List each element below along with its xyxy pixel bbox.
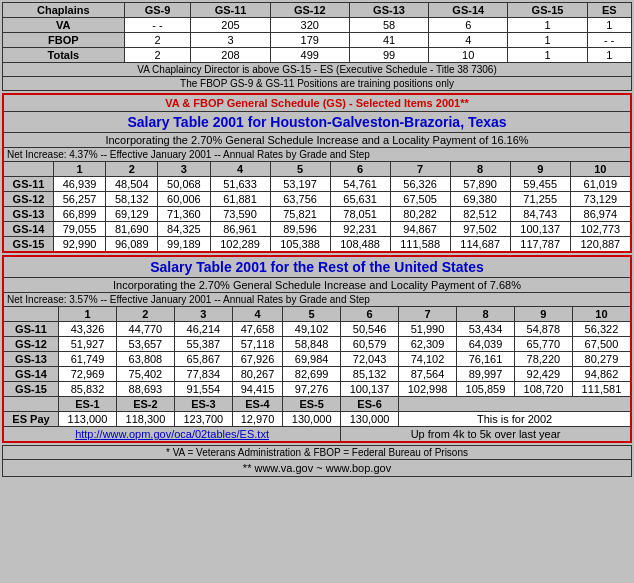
s2-gs14-7: 87,564: [399, 367, 457, 382]
s1-gs14-2: 81,690: [106, 222, 158, 237]
s2-gs15-row: GS-15 85,832 88,693 91,554 94,415 97,276…: [3, 382, 631, 397]
va-gs12: 320: [270, 18, 349, 33]
s2-gs13-9: 78,220: [514, 352, 572, 367]
s2-col10: 10: [572, 307, 631, 322]
s2-col2: 2: [116, 307, 174, 322]
s1-gs13-6: 78,051: [330, 207, 390, 222]
gs9-header: GS-9: [124, 3, 191, 18]
s2-gs12-1: 51,927: [59, 337, 117, 352]
s1-col7: 7: [390, 162, 450, 177]
s2-col0: [3, 307, 59, 322]
s1-gs13-7: 80,282: [390, 207, 450, 222]
fbop-row: FBOP 2 3 179 41 4 1 - -: [3, 33, 632, 48]
subtitle-row: Incorporating the 2.70% General Schedule…: [3, 133, 631, 148]
s1-gs12-row: GS-12 56,257 58,132 60,006 61,881 63,756…: [3, 192, 631, 207]
s1-gs12-label: GS-12: [3, 192, 53, 207]
totals-es: 1: [587, 48, 631, 63]
es-pay-2: 118,300: [116, 412, 174, 427]
top-header-row: Chaplains GS-9 GS-11 GS-12 GS-13 GS-14 G…: [3, 3, 632, 18]
totals-label: Totals: [3, 48, 125, 63]
va-gs15: 1: [508, 18, 587, 33]
s2-gs14-10: 94,862: [572, 367, 631, 382]
s1-gs13-9: 84,743: [510, 207, 570, 222]
s2-gs12-2: 53,657: [116, 337, 174, 352]
va-gs14: 6: [429, 18, 508, 33]
s2-gs11-3: 46,214: [174, 322, 232, 337]
s2-net-increase-row: Net Increase: 3.57% -- Effective January…: [3, 293, 631, 307]
totals-gs12: 499: [270, 48, 349, 63]
fbop-gs11: 3: [191, 33, 270, 48]
s1-gs13-3: 71,360: [158, 207, 210, 222]
s2-gs12-9: 65,770: [514, 337, 572, 352]
s1-gs11-2: 48,504: [106, 177, 158, 192]
s2-gs15-7: 102,998: [399, 382, 457, 397]
main-title-row: Salary Table 2001 for Houston-Galveston-…: [3, 112, 631, 133]
s2-gs11-10: 56,322: [572, 322, 631, 337]
s1-gs13-label: GS-13: [3, 207, 53, 222]
s2-gs14-3: 77,834: [174, 367, 232, 382]
gs11-header: GS-11: [191, 3, 270, 18]
s1-gs14-label: GS-14: [3, 222, 53, 237]
s2-gs14-row: GS-14 72,969 75,402 77,834 80,267 82,699…: [3, 367, 631, 382]
notice1-row: VA Chaplaincy Director is above GS-15 - …: [3, 63, 632, 77]
es-pay-row: ES Pay 113,000 118,300 123,700 12,970 13…: [3, 412, 631, 427]
va-gs11: 205: [191, 18, 270, 33]
va-row: VA - - 205 320 58 6 1 1: [3, 18, 632, 33]
fbop-label: FBOP: [3, 33, 125, 48]
s2-gs14-label: GS-14: [3, 367, 59, 382]
s2-gs13-5: 69,984: [283, 352, 341, 367]
s1-gs11-7: 56,326: [390, 177, 450, 192]
es-pay-5: 130,000: [283, 412, 341, 427]
section1-main-title: Salary Table 2001 for Houston-Galveston-…: [3, 112, 631, 133]
s2-gs15-8: 105,859: [457, 382, 515, 397]
es-pay-label: ES Pay: [3, 412, 59, 427]
s2-gs12-6: 60,579: [341, 337, 399, 352]
va-gs13: 58: [349, 18, 428, 33]
es3-header: ES-3: [174, 397, 232, 412]
s1-col6: 6: [330, 162, 390, 177]
s1-gs15-10: 120,887: [570, 237, 631, 253]
es-pay-1: 113,000: [59, 412, 117, 427]
s1-gs11-3: 50,068: [158, 177, 210, 192]
s2-gs15-4: 94,415: [232, 382, 282, 397]
s1-gs11-label: GS-11: [3, 177, 53, 192]
s2-gs13-6: 72,043: [341, 352, 399, 367]
gs15-header: GS-15: [508, 3, 587, 18]
totals-gs9: 2: [124, 48, 191, 63]
s1-gs15-3: 99,189: [158, 237, 210, 253]
s1-gs11-4: 51,633: [210, 177, 270, 192]
notice2-text: The FBOP GS-9 & GS-11 Positions are trai…: [3, 77, 632, 91]
s1-gs15-6: 108,488: [330, 237, 390, 253]
s1-gs11-6: 54,761: [330, 177, 390, 192]
opm-link[interactable]: http://www.opm.gov/oca/02tables/ES.txt: [75, 428, 269, 440]
s1-gs13-2: 69,129: [106, 207, 158, 222]
totals-gs14: 10: [429, 48, 508, 63]
gs14-header: GS-14: [429, 3, 508, 18]
bottom-note-row: * VA = Veterans Administration & FBOP = …: [3, 446, 632, 460]
s2-gs15-9: 108,720: [514, 382, 572, 397]
s1-gs15-5: 105,388: [270, 237, 330, 253]
s2-col1: 1: [59, 307, 117, 322]
s2-gs12-row: GS-12 51,927 53,657 55,387 57,118 58,848…: [3, 337, 631, 352]
s1-gs12-7: 67,505: [390, 192, 450, 207]
s2-col6: 6: [341, 307, 399, 322]
s2-gs12-3: 55,387: [174, 337, 232, 352]
s1-gs14-1: 79,055: [53, 222, 105, 237]
s1-gs12-4: 61,881: [210, 192, 270, 207]
s1-col0: [3, 162, 53, 177]
totals-gs11: 208: [191, 48, 270, 63]
s2-gs15-3: 91,554: [174, 382, 232, 397]
s2-gs12-8: 64,039: [457, 337, 515, 352]
va-label: VA: [3, 18, 125, 33]
s1-col3: 3: [158, 162, 210, 177]
section1-col-headers: 1 2 3 4 5 6 7 8 9 10: [3, 162, 631, 177]
s1-col10: 10: [570, 162, 631, 177]
totals-row: Totals 2 208 499 99 10 1 1: [3, 48, 632, 63]
s2-gs15-label: GS-15: [3, 382, 59, 397]
s1-gs15-1: 92,990: [53, 237, 105, 253]
fbop-es: - -: [587, 33, 631, 48]
s1-gs13-row: GS-13 66,899 69,129 71,360 73,590 75,821…: [3, 207, 631, 222]
s1-col5: 5: [270, 162, 330, 177]
es-pay-3: 123,700: [174, 412, 232, 427]
va-es: 1: [587, 18, 631, 33]
